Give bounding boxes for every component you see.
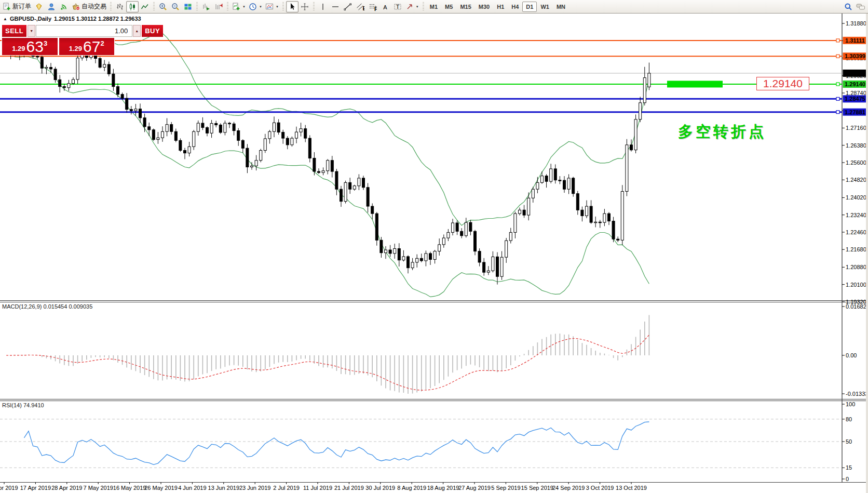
zoom-in-icon [159,3,167,11]
metaeditor-button[interactable] [33,1,45,12]
svg-text:15: 15 [846,464,852,471]
line-endpoint-marker[interactable] [836,55,839,58]
collapse-panel-icon[interactable]: ▲ [3,17,7,21]
rsi-axis: 1008050150 [842,401,855,482]
cursor-button[interactable] [286,1,299,12]
timeframe-mn[interactable]: MN [553,2,569,12]
one-click-trading-panel: SELL ▼ ▲ BUY 1.29633 1.29672 [2,24,115,56]
svg-text:50: 50 [846,438,852,445]
toolbar-grip [423,2,424,11]
bar-chart-button[interactable] [114,1,126,12]
indicators-button[interactable]: ▼ [230,1,247,12]
text-a-icon: A [381,3,389,11]
line-endpoint-marker[interactable] [836,83,839,86]
line-endpoint-marker[interactable] [836,39,839,42]
rsi-indicator-label: RSI(14) 74.9410 [2,402,44,408]
rsi-indicator [0,419,842,468]
sell-price[interactable]: 1.29633 [2,38,58,55]
svg-text:28 Apr 2019: 28 Apr 2019 [51,485,82,491]
search-button[interactable] [842,1,855,12]
autotrading-icon [72,3,80,11]
horizontal-line-icon [331,3,340,11]
svg-text:1.24020: 1.24020 [846,194,866,201]
template-icon [265,3,274,11]
buy-price[interactable]: 1.29672 [59,38,115,55]
new-order-button[interactable]: 新订单 [1,1,33,12]
trendline-button[interactable] [342,1,354,12]
timeframe-m1[interactable]: M1 [426,2,441,12]
timeframe-m15[interactable]: M15 [456,2,474,12]
buy-button[interactable]: BUY [142,25,163,37]
volume-decrease-button[interactable]: ▼ [28,25,35,37]
svg-text:1.30399: 1.30399 [845,53,865,59]
volume-input[interactable] [36,25,132,37]
svg-text:0: 0 [846,476,849,482]
sell-price-big: 63 [26,39,44,55]
text-label-button[interactable]: T [391,1,404,12]
timeframe-m5[interactable]: M5 [441,2,456,12]
autotrading-button[interactable]: 自动交易 [70,1,108,12]
chart-ohlc-values: 1.29015 1.30112 1.28872 1.29633 [54,16,141,22]
turning-point-annotation[interactable]: 多空转折点 [678,122,766,142]
line-endpoint-marker[interactable] [836,111,839,114]
svg-text:8 Aug 2019: 8 Aug 2019 [397,485,426,491]
fibonacci-button[interactable]: F [367,1,379,12]
text-button[interactable]: A [379,1,391,12]
indicators-icon [232,3,240,11]
vertical-line-button[interactable] [317,1,329,12]
crosshair-button[interactable] [299,1,311,12]
svg-text:30 Jul 2019: 30 Jul 2019 [365,485,395,491]
candlesticks [5,43,650,285]
timeframe-w1[interactable]: W1 [537,2,553,12]
tile-windows-button[interactable] [182,1,194,12]
price-chart[interactable]: 1.318801.311001.303201.295201.287401.279… [0,0,868,493]
svg-text:16 May 2019: 16 May 2019 [113,485,146,491]
svg-text:1.25600: 1.25600 [846,159,866,166]
channel-letter: E [362,5,364,11]
clock-icon [249,3,257,11]
horizontal-line-button[interactable] [329,1,342,12]
toolbar: 新订单 自动交易 ▼ ▼ [0,0,868,14]
line-chart-button[interactable] [139,1,151,12]
arrow-tool-icon [405,3,414,11]
svg-text:26 May 2019: 26 May 2019 [144,485,178,491]
timeframe-h1[interactable]: H1 [493,2,508,12]
timeframe-d1[interactable]: D1 [522,2,537,12]
timeframe-h4[interactable]: H4 [508,2,522,12]
window-right-edge [866,14,868,493]
svg-text:1.26380: 1.26380 [846,142,866,149]
svg-text:8 Apr 2019: 8 Apr 2019 [0,485,18,491]
chat-button[interactable] [855,1,867,12]
volume-increase-button[interactable]: ▲ [133,25,141,37]
periods-button[interactable]: ▼ [247,1,264,12]
price-annotation-box[interactable]: 1.29140 [756,77,809,90]
svg-text:-0.013332: -0.013332 [846,391,868,397]
dropdown-caret-icon: ▼ [276,5,279,8]
zoom-in-button[interactable] [157,1,169,12]
community-button[interactable] [45,1,58,12]
line-endpoint-marker[interactable] [836,97,839,100]
svg-text:24 Sep 2019: 24 Sep 2019 [552,485,585,491]
svg-text:15 Sep 2019: 15 Sep 2019 [521,485,553,491]
fibo-letter: F [374,5,377,11]
equidistant-channel-button[interactable]: E [354,1,367,12]
arrows-button[interactable]: ▼ [404,1,421,12]
templates-button[interactable]: ▼ [264,1,280,12]
gem-icon [35,3,43,11]
svg-text:23 Jun 2019: 23 Jun 2019 [239,485,271,491]
toolbar-grip [282,2,284,11]
zoom-out-button[interactable] [169,1,182,12]
text-label-letter: T [396,3,399,9]
highlight-rectangle[interactable] [667,81,723,87]
rsi-line [24,422,649,464]
sell-button[interactable]: SELL [2,25,26,37]
zoom-out-icon [171,3,180,11]
signals-button[interactable] [58,1,70,12]
svg-text:80: 80 [846,416,852,422]
auto-scroll-icon [202,3,210,11]
candlestick-chart-button[interactable] [126,1,139,12]
chart-symbol-period: GBPUSD-,Daily [10,16,51,22]
chart-shift-button[interactable] [212,1,225,12]
auto-scroll-button[interactable] [200,1,212,12]
timeframe-m30[interactable]: M30 [475,2,493,12]
